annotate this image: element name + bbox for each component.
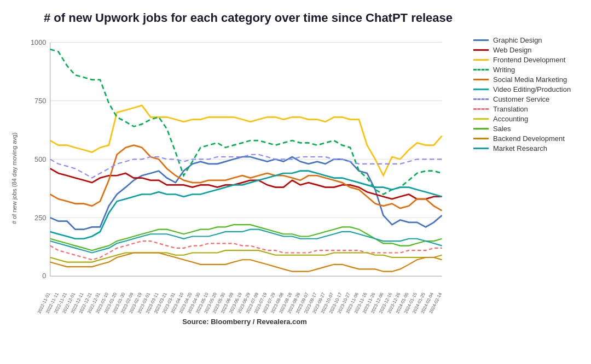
- svg-text:250: 250: [34, 214, 46, 222]
- legend-label: Backend Development: [493, 134, 565, 143]
- legend-item: Accounting: [473, 115, 580, 123]
- legend-label: Web Design: [493, 46, 532, 54]
- legend-item: Web Design: [473, 46, 580, 54]
- y-axis-label: # of new jobs (84 day moving avg): [11, 31, 22, 326]
- legend-item: Writing: [473, 66, 580, 74]
- legend-item: Video Editing/Production: [473, 85, 580, 93]
- legend-item: Social Media Marketing: [473, 75, 580, 84]
- svg-text:500: 500: [34, 155, 46, 163]
- legend-item: Market Research: [473, 144, 580, 152]
- legend-label: Accounting: [493, 115, 528, 123]
- legend-item: Customer Service: [473, 95, 580, 103]
- legend-label: Sales: [493, 125, 511, 133]
- source-label: Source: Bloomberry / Revealera.com: [24, 318, 465, 326]
- legend-label: Writing: [493, 66, 515, 74]
- legend-label: Social Media Marketing: [493, 75, 567, 84]
- svg-text:750: 750: [34, 97, 46, 105]
- legend-item: Sales: [473, 125, 580, 133]
- legend-label: Customer Service: [493, 95, 549, 103]
- legend-label: Translation: [493, 105, 528, 113]
- chart-title: # of new Upwork jobs for each category o…: [11, 11, 580, 25]
- legend-label: Market Research: [493, 144, 547, 152]
- plot-area: 1000 750 500 250 0: [24, 31, 465, 288]
- legend-item: Frontend Development: [473, 56, 580, 64]
- legend-item: Graphic Design: [473, 36, 580, 44]
- legend: Graphic DesignWeb DesignFrontend Develop…: [465, 31, 580, 326]
- legend-item: Translation: [473, 105, 580, 113]
- legend-item: Backend Development: [473, 134, 580, 143]
- legend-label: Graphic Design: [493, 36, 542, 44]
- legend-label: Video Editing/Production: [493, 85, 571, 93]
- chart-container: # of new Upwork jobs for each category o…: [0, 0, 591, 364]
- x-axis-labels: 2022-11-012022-11-112022-11-212022-12-01…: [24, 288, 465, 315]
- svg-text:1000: 1000: [31, 38, 46, 46]
- legend-label: Frontend Development: [493, 56, 565, 64]
- svg-text:0: 0: [42, 272, 46, 280]
